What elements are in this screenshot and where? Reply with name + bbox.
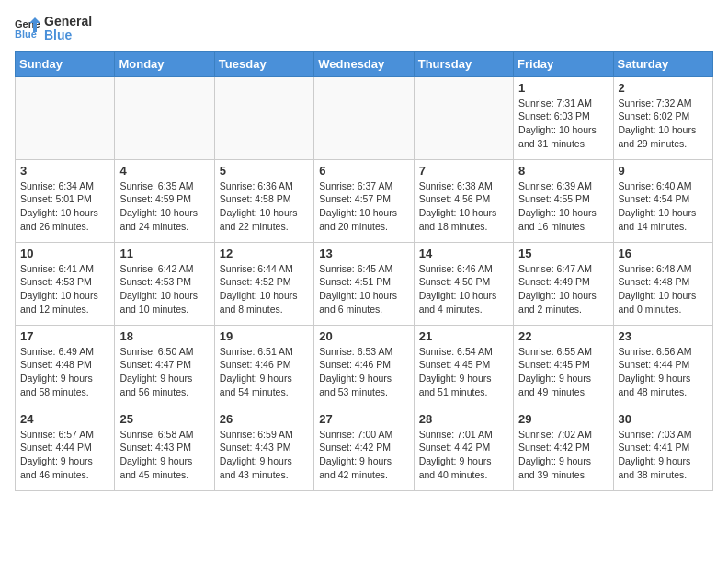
day-number: 3 xyxy=(20,164,109,178)
calendar-cell xyxy=(414,76,513,159)
day-info: Sunrise: 6:40 AMSunset: 4:54 PMDaylight:… xyxy=(619,179,708,234)
day-number: 30 xyxy=(619,412,708,426)
day-number: 25 xyxy=(119,412,209,426)
calendar-cell: 15Sunrise: 6:47 AMSunset: 4:49 PMDayligh… xyxy=(514,242,613,325)
day-number: 29 xyxy=(518,412,608,426)
weekday-header-thursday: Thursday xyxy=(414,51,513,76)
day-number: 19 xyxy=(220,329,309,343)
day-number: 21 xyxy=(419,329,508,343)
calendar-cell: 10Sunrise: 6:41 AMSunset: 4:53 PMDayligh… xyxy=(16,242,115,325)
calendar-cell: 16Sunrise: 6:48 AMSunset: 4:48 PMDayligh… xyxy=(613,242,712,325)
day-info: Sunrise: 6:57 AMSunset: 4:44 PMDaylight:… xyxy=(20,428,109,482)
weekday-header-wednesday: Wednesday xyxy=(314,51,414,76)
calendar-cell: 9Sunrise: 6:40 AMSunset: 4:54 PMDaylight… xyxy=(613,159,712,242)
calendar-cell: 2Sunrise: 7:32 AMSunset: 6:02 PMDaylight… xyxy=(613,76,712,159)
day-info: Sunrise: 6:47 AMSunset: 4:49 PMDaylight:… xyxy=(518,262,608,316)
calendar-cell: 6Sunrise: 6:37 AMSunset: 4:57 PMDaylight… xyxy=(314,159,414,242)
day-number: 28 xyxy=(419,412,508,426)
calendar-cell: 28Sunrise: 7:01 AMSunset: 4:42 PMDayligh… xyxy=(414,408,513,490)
day-info: Sunrise: 6:37 AMSunset: 4:57 PMDaylight:… xyxy=(319,179,408,234)
day-info: Sunrise: 6:50 AMSunset: 4:47 PMDaylight:… xyxy=(119,345,209,399)
calendar-cell xyxy=(115,76,214,159)
day-number: 4 xyxy=(119,164,209,178)
logo-icon: General Blue xyxy=(15,16,40,41)
weekday-header-saturday: Saturday xyxy=(613,51,712,76)
calendar-cell: 17Sunrise: 6:49 AMSunset: 4:48 PMDayligh… xyxy=(16,325,115,408)
day-info: Sunrise: 6:59 AMSunset: 4:43 PMDaylight:… xyxy=(220,428,309,482)
day-info: Sunrise: 6:41 AMSunset: 4:53 PMDaylight:… xyxy=(20,262,109,316)
calendar-cell: 30Sunrise: 7:03 AMSunset: 4:41 PMDayligh… xyxy=(613,408,712,490)
calendar-cell: 5Sunrise: 6:36 AMSunset: 4:58 PMDaylight… xyxy=(214,159,313,242)
week-row-2: 3Sunrise: 6:34 AMSunset: 5:01 PMDaylight… xyxy=(16,159,713,242)
day-number: 18 xyxy=(119,329,209,343)
calendar-cell: 1Sunrise: 7:31 AMSunset: 6:03 PMDaylight… xyxy=(514,76,613,159)
calendar-cell: 21Sunrise: 6:54 AMSunset: 4:45 PMDayligh… xyxy=(414,325,513,408)
week-row-1: 1Sunrise: 7:31 AMSunset: 6:03 PMDaylight… xyxy=(16,76,713,159)
weekday-header-tuesday: Tuesday xyxy=(214,51,313,76)
calendar-cell: 12Sunrise: 6:44 AMSunset: 4:52 PMDayligh… xyxy=(214,242,313,325)
day-info: Sunrise: 6:38 AMSunset: 4:56 PMDaylight:… xyxy=(419,179,508,234)
day-number: 11 xyxy=(119,247,209,260)
calendar-cell: 26Sunrise: 6:59 AMSunset: 4:43 PMDayligh… xyxy=(214,408,313,490)
calendar-cell: 19Sunrise: 6:51 AMSunset: 4:46 PMDayligh… xyxy=(214,325,313,408)
day-info: Sunrise: 6:39 AMSunset: 4:55 PMDaylight:… xyxy=(518,179,608,234)
day-number: 22 xyxy=(518,329,608,343)
logo: General Blue General Blue xyxy=(15,15,92,43)
day-info: Sunrise: 6:36 AMSunset: 4:58 PMDaylight:… xyxy=(220,179,309,234)
day-number: 24 xyxy=(20,412,109,426)
week-row-5: 24Sunrise: 6:57 AMSunset: 4:44 PMDayligh… xyxy=(16,408,713,490)
day-number: 6 xyxy=(319,164,408,178)
day-info: Sunrise: 6:45 AMSunset: 4:51 PMDaylight:… xyxy=(319,262,408,316)
logo-general-text: General xyxy=(44,15,92,29)
weekday-header-sunday: Sunday xyxy=(16,51,115,76)
calendar-cell: 8Sunrise: 6:39 AMSunset: 4:55 PMDaylight… xyxy=(514,159,613,242)
calendar-cell: 7Sunrise: 6:38 AMSunset: 4:56 PMDaylight… xyxy=(414,159,513,242)
day-info: Sunrise: 6:58 AMSunset: 4:43 PMDaylight:… xyxy=(119,428,209,482)
day-number: 26 xyxy=(220,412,309,426)
day-info: Sunrise: 7:03 AMSunset: 4:41 PMDaylight:… xyxy=(619,428,708,482)
day-info: Sunrise: 7:32 AMSunset: 6:02 PMDaylight:… xyxy=(619,97,708,151)
day-number: 20 xyxy=(319,329,408,343)
day-number: 15 xyxy=(518,247,608,260)
day-info: Sunrise: 6:51 AMSunset: 4:46 PMDaylight:… xyxy=(220,345,309,399)
week-row-3: 10Sunrise: 6:41 AMSunset: 4:53 PMDayligh… xyxy=(16,242,713,325)
day-number: 10 xyxy=(20,247,109,260)
calendar-cell: 3Sunrise: 6:34 AMSunset: 5:01 PMDaylight… xyxy=(16,159,115,242)
day-number: 13 xyxy=(319,247,408,260)
calendar-cell xyxy=(214,76,313,159)
day-info: Sunrise: 6:42 AMSunset: 4:53 PMDaylight:… xyxy=(119,262,209,316)
day-info: Sunrise: 7:31 AMSunset: 6:03 PMDaylight:… xyxy=(518,97,608,151)
calendar-cell: 11Sunrise: 6:42 AMSunset: 4:53 PMDayligh… xyxy=(115,242,214,325)
day-info: Sunrise: 6:49 AMSunset: 4:48 PMDaylight:… xyxy=(20,345,109,399)
day-info: Sunrise: 6:54 AMSunset: 4:45 PMDaylight:… xyxy=(419,345,508,399)
calendar-cell: 13Sunrise: 6:45 AMSunset: 4:51 PMDayligh… xyxy=(314,242,414,325)
day-info: Sunrise: 6:34 AMSunset: 5:01 PMDaylight:… xyxy=(20,179,109,234)
day-number: 17 xyxy=(20,329,109,343)
day-number: 2 xyxy=(619,81,708,95)
day-number: 5 xyxy=(220,164,309,178)
calendar-cell: 27Sunrise: 7:00 AMSunset: 4:42 PMDayligh… xyxy=(314,408,414,490)
day-number: 27 xyxy=(319,412,408,426)
day-number: 9 xyxy=(619,164,708,178)
week-row-4: 17Sunrise: 6:49 AMSunset: 4:48 PMDayligh… xyxy=(16,325,713,408)
day-info: Sunrise: 6:44 AMSunset: 4:52 PMDaylight:… xyxy=(220,262,309,316)
day-info: Sunrise: 6:48 AMSunset: 4:48 PMDaylight:… xyxy=(619,262,708,316)
day-info: Sunrise: 6:35 AMSunset: 4:59 PMDaylight:… xyxy=(119,179,209,234)
day-number: 14 xyxy=(419,247,508,260)
calendar-cell: 18Sunrise: 6:50 AMSunset: 4:47 PMDayligh… xyxy=(115,325,214,408)
day-info: Sunrise: 6:46 AMSunset: 4:50 PMDaylight:… xyxy=(419,262,508,316)
calendar-cell: 4Sunrise: 6:35 AMSunset: 4:59 PMDaylight… xyxy=(115,159,214,242)
day-number: 8 xyxy=(518,164,608,178)
day-info: Sunrise: 7:02 AMSunset: 4:42 PMDaylight:… xyxy=(518,428,608,482)
day-info: Sunrise: 6:53 AMSunset: 4:46 PMDaylight:… xyxy=(319,345,408,399)
logo-blue-text: Blue xyxy=(44,29,92,42)
day-number: 16 xyxy=(619,247,708,260)
day-number: 12 xyxy=(220,247,309,260)
header: General Blue General Blue xyxy=(15,15,713,43)
calendar: SundayMondayTuesdayWednesdayThursdayFrid… xyxy=(15,51,713,491)
calendar-cell: 20Sunrise: 6:53 AMSunset: 4:46 PMDayligh… xyxy=(314,325,414,408)
calendar-cell: 23Sunrise: 6:56 AMSunset: 4:44 PMDayligh… xyxy=(613,325,712,408)
calendar-cell: 22Sunrise: 6:55 AMSunset: 4:45 PMDayligh… xyxy=(514,325,613,408)
weekday-header-friday: Friday xyxy=(514,51,613,76)
day-number: 7 xyxy=(419,164,508,178)
